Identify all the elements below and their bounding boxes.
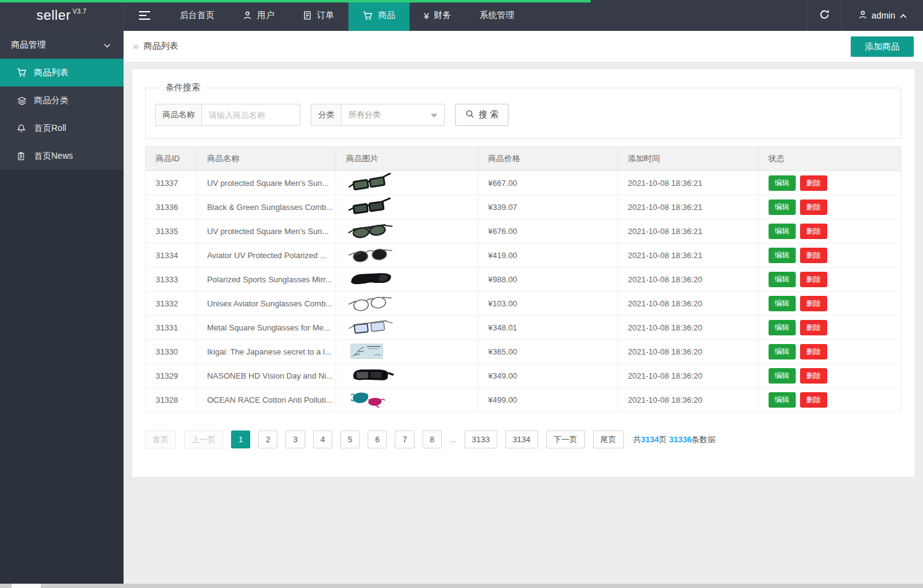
pagination-page-6[interactable]: 6	[368, 430, 387, 448]
pagination-page-3134[interactable]: 3134	[505, 430, 538, 448]
product-name-group: 商品名称	[155, 104, 300, 126]
product-actions-cell: 编辑删除	[758, 219, 901, 243]
edit-button[interactable]: 编辑	[769, 344, 796, 359]
edit-button[interactable]: 编辑	[769, 248, 796, 263]
product-image-cell	[336, 171, 478, 195]
horizontal-scrollbar[interactable]	[0, 584, 923, 588]
product-time-cell: 2021-10-08 18:36:20	[618, 267, 758, 292]
product-price-cell: ¥676.00	[478, 219, 618, 243]
product-name-cell: Polarized Sports Sunglasses Mirr...	[197, 267, 336, 292]
pagination-summary: 共3134页 31336条数据	[633, 434, 716, 445]
pagination-page-3[interactable]: 3	[285, 430, 305, 448]
delete-button[interactable]: 删除	[800, 200, 827, 215]
delete-button[interactable]: 删除	[800, 344, 827, 359]
product-price-cell: ¥419.00	[478, 243, 618, 267]
nav-item-财务[interactable]: ¥财务	[410, 0, 465, 31]
product-image-aviator-black	[346, 245, 478, 266]
product-id-cell: 31336	[146, 195, 197, 219]
pagination-page-8[interactable]: 8	[423, 430, 442, 448]
pagination-page-3133[interactable]: 3133	[465, 430, 497, 448]
delete-button[interactable]: 删除	[800, 224, 827, 239]
edit-button[interactable]: 编辑	[769, 175, 796, 191]
add-product-button[interactable]: 添加商品	[851, 36, 914, 57]
search-button[interactable]: 搜 索	[455, 104, 508, 126]
pagination-last-button[interactable]: 尾页	[593, 430, 624, 448]
summary-total-items: 31336	[669, 435, 691, 444]
sidebar-item-首页News[interactable]: 首页News	[0, 142, 124, 170]
edit-button[interactable]: 编辑	[769, 296, 796, 311]
products-table: 商品ID商品名称商品图片商品价格添加时间状态 31337UV protected…	[145, 146, 901, 412]
product-actions-cell: 编辑删除	[758, 316, 901, 340]
category-selected-value: 所有分类	[348, 109, 381, 120]
product-id-cell: 31331	[146, 316, 197, 340]
product-id-cell: 31335	[146, 219, 197, 243]
table-row: 31333Polarized Sports Sunglasses Mirr...…	[146, 267, 901, 292]
search-button-label: 搜 索	[479, 109, 499, 120]
product-name-cell: OCEAN RACE Cotton Anti Polluti...	[197, 388, 336, 412]
pagination-first-button[interactable]: 首页	[145, 430, 176, 448]
pagination-page-5[interactable]: 5	[340, 430, 360, 448]
horizontal-scrollbar-thumb[interactable]	[12, 584, 41, 588]
product-time-cell: 2021-10-08 18:36:20	[618, 340, 758, 364]
nav-item-系统管理[interactable]: 系统管理	[465, 0, 528, 31]
product-actions-cell: 编辑删除	[758, 171, 901, 195]
delete-button[interactable]: 删除	[800, 175, 827, 191]
admin-username: admin	[872, 10, 895, 20]
edit-button[interactable]: 编辑	[769, 320, 796, 335]
sidebar-item-商品分类[interactable]: 商品分类	[0, 86, 124, 114]
product-id-cell: 31332	[146, 292, 197, 316]
sidebar-item-首页Roll[interactable]: 首页Roll	[0, 114, 124, 142]
nav-item-商品[interactable]: 商品	[348, 0, 410, 31]
user-icon	[858, 10, 867, 22]
column-header-商品名称: 商品名称	[197, 147, 336, 171]
product-name-input[interactable]	[202, 104, 300, 125]
pagination-prev-button[interactable]: 上一页	[184, 430, 223, 448]
product-price-cell: ¥365.00	[478, 340, 618, 364]
delete-button[interactable]: 删除	[800, 320, 827, 335]
product-name-cell: Unisex Aviator Sunglasses Comb...	[197, 292, 336, 316]
category-select[interactable]: 所有分类	[342, 104, 444, 125]
product-name-label: 商品名称	[156, 104, 202, 125]
product-id-cell: 31333	[146, 267, 197, 292]
sidebar-item-商品列表[interactable]: 商品列表	[0, 59, 124, 86]
delete-button[interactable]: 删除	[800, 296, 827, 311]
admin-dropdown[interactable]: admin	[841, 0, 923, 31]
pagination-next-button[interactable]: 下一页	[546, 430, 585, 448]
delete-button[interactable]: 删除	[800, 368, 827, 384]
search-icon	[465, 109, 474, 120]
product-actions-cell: 编辑删除	[758, 292, 901, 316]
column-header-状态: 状态	[758, 147, 901, 171]
document-icon	[303, 10, 312, 20]
user-icon	[243, 10, 252, 20]
pagination-page-4[interactable]: 4	[313, 430, 332, 448]
pagination-page-2[interactable]: 2	[258, 430, 277, 448]
edit-button[interactable]: 编辑	[769, 368, 796, 384]
bell-icon	[17, 124, 27, 133]
refresh-button[interactable]	[807, 0, 841, 31]
nav-item-label: 商品	[378, 10, 395, 21]
delete-button[interactable]: 删除	[800, 272, 827, 287]
sidebar-toggle-button[interactable]	[124, 0, 166, 31]
product-time-cell: 2021-10-08 18:36:21	[618, 171, 758, 195]
pagination-page-7[interactable]: 7	[395, 430, 414, 448]
loading-progress-bar	[0, 0, 591, 2]
edit-button[interactable]: 编辑	[769, 392, 796, 408]
edit-button[interactable]: 编辑	[769, 200, 796, 215]
pagination-page-1[interactable]: 1	[231, 430, 250, 448]
edit-button[interactable]: 编辑	[769, 224, 796, 239]
delete-button[interactable]: 删除	[800, 392, 827, 408]
product-name-cell: Metal Square Sunglasses for Me...	[197, 316, 336, 340]
table-row: 31336Black & Green Sunglasses Comb...¥33…	[146, 195, 901, 219]
product-image-masks	[346, 390, 478, 410]
delete-button[interactable]: 删除	[800, 248, 827, 263]
sidebar-group-goods-management[interactable]: 商品管理	[0, 31, 124, 59]
nav-item-后台首页[interactable]: 后台首页	[166, 0, 229, 31]
product-image-aviator-green	[346, 221, 478, 242]
product-id-cell: 31337	[146, 171, 197, 195]
product-image-cell	[336, 243, 478, 267]
nav-item-用户[interactable]: 用户	[229, 0, 289, 31]
chevron-down-icon	[103, 40, 111, 50]
nav-item-订单[interactable]: 订单	[289, 0, 348, 31]
edit-button[interactable]: 编辑	[769, 272, 796, 287]
pagination: 首页上一页12345678...31333134下一页尾页 共3134页 313…	[145, 430, 914, 448]
